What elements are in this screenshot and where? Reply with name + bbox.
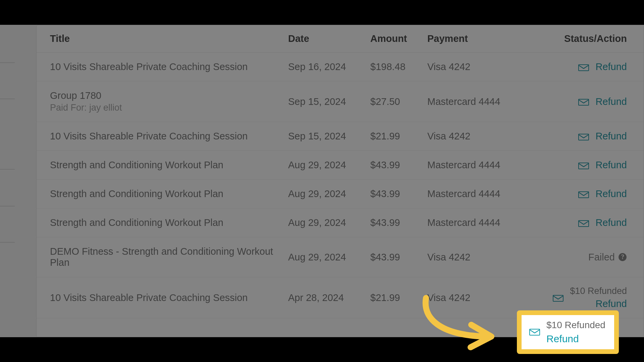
refund-link[interactable]: Refund [595, 188, 627, 199]
refund-link[interactable]: Refund [595, 61, 627, 72]
cell-amount: $43.99 [364, 208, 421, 237]
refunded-amount-note: $10 Refunded [570, 286, 627, 296]
cell-title: Strength and Conditioning Workout Plan [37, 180, 281, 208]
refund-link[interactable]: Refund [595, 131, 627, 142]
mail-icon[interactable] [578, 219, 589, 227]
cell-title: 10 Visits Shareable Private Coaching Ses… [37, 53, 281, 81]
table-row: 10 Visits Shareable Private Coaching Ses… [37, 53, 644, 81]
cell-status: Refund [521, 151, 644, 180]
cell-status: Refund [521, 53, 644, 81]
cell-payment: Visa 4242 [421, 53, 521, 81]
cell-status: Refund [521, 208, 644, 237]
cell-date: Aug 29, 2024 [281, 237, 364, 277]
mail-icon[interactable] [578, 190, 589, 198]
refund-link[interactable]: Refund [595, 96, 627, 107]
cell-date: Aug 29, 2024 [281, 180, 364, 208]
cell-title: Strength and Conditioning Workout Plan [37, 208, 281, 237]
cell-payment: Mastercard 4444 [421, 151, 521, 180]
mail-icon[interactable] [552, 294, 564, 302]
cell-title: 10 Visits Shareable Private Coaching Ses… [37, 122, 281, 151]
help-icon[interactable] [618, 253, 627, 261]
refund-link[interactable]: Refund [595, 298, 627, 309]
table-row: DEMO Fitness - Strength and Conditioning… [37, 237, 644, 277]
table-row: Strength and Conditioning Workout PlanAu… [37, 208, 644, 237]
cell-payment: Mastercard 4444 [421, 81, 521, 122]
transaction-title: DEMO Fitness - Strength and Conditioning… [50, 246, 275, 268]
cell-amount: $21.99 [364, 277, 421, 318]
table-row: Strength and Conditioning Workout PlanAu… [37, 151, 644, 180]
cell-amount: $27.50 [364, 81, 421, 122]
highlight-refund-box: $10 Refunded Refund [517, 310, 619, 354]
cell-date: Apr 28, 2024 [281, 277, 364, 318]
transaction-title: 10 Visits Shareable Private Coaching Ses… [50, 131, 275, 142]
cell-amount: $198.48 [364, 53, 421, 81]
mail-icon[interactable] [578, 161, 589, 169]
cell-payment: Visa 4242 [421, 122, 521, 151]
cell-status: Refund [521, 81, 644, 122]
cell-status: Refund [521, 180, 644, 208]
transaction-title: Strength and Conditioning Workout Plan [50, 217, 275, 228]
table-row: Strength and Conditioning Workout PlanAu… [37, 180, 644, 208]
table-row: Group 1780Paid For: jay elliotSep 15, 20… [37, 81, 644, 122]
cell-payment: Mastercard 4444 [421, 180, 521, 208]
cell-status: Refund [521, 122, 644, 151]
cell-date: Sep 16, 2024 [281, 53, 364, 81]
cell-amount: $43.99 [364, 237, 421, 277]
cell-payment: Visa 4242 [421, 277, 521, 318]
mail-icon[interactable] [578, 98, 589, 106]
col-header-status: Status/Action [521, 25, 644, 53]
transaction-subtitle: Paid For: jay elliot [50, 103, 275, 113]
col-header-title: Title [37, 25, 281, 53]
cell-status: Failed [521, 237, 644, 277]
col-header-amount: Amount [364, 25, 421, 53]
cell-title: Group 1780Paid For: jay elliot [37, 81, 281, 122]
transactions-panel: Title Date Amount Payment Status/Action … [36, 25, 644, 337]
cell-amount: $43.99 [364, 151, 421, 180]
app-viewport: Title Date Amount Payment Status/Action … [0, 25, 644, 337]
cell-title: 10 Visits Shareable Private Coaching Ses… [37, 277, 281, 318]
transaction-title: 10 Visits Shareable Private Coaching Ses… [50, 61, 275, 72]
failed-status: Failed [588, 252, 627, 263]
transaction-title: Strength and Conditioning Workout Plan [50, 160, 275, 171]
transactions-table: Title Date Amount Payment Status/Action … [37, 25, 644, 318]
table-header-row: Title Date Amount Payment Status/Action [37, 25, 644, 53]
cell-date: Aug 29, 2024 [281, 208, 364, 237]
refunded-amount-note: $10 Refunded [546, 320, 605, 330]
refund-link[interactable]: Refund [595, 160, 627, 171]
transaction-title: Strength and Conditioning Workout Plan [50, 188, 275, 199]
mail-icon[interactable] [529, 328, 540, 336]
cell-payment: Visa 4242 [421, 237, 521, 277]
mail-icon[interactable] [578, 132, 589, 140]
cell-title: DEMO Fitness - Strength and Conditioning… [37, 237, 281, 277]
cell-date: Sep 15, 2024 [281, 81, 364, 122]
cell-payment: Mastercard 4444 [421, 208, 521, 237]
cell-title: Strength and Conditioning Workout Plan [37, 151, 281, 180]
mail-icon[interactable] [578, 63, 589, 71]
cell-date: Aug 29, 2024 [281, 151, 364, 180]
col-header-date: Date [281, 25, 364, 53]
cell-amount: $21.99 [364, 122, 421, 151]
transaction-title: Group 1780 [50, 90, 275, 101]
table-row: 10 Visits Shareable Private Coaching Ses… [37, 122, 644, 151]
refund-link[interactable]: Refund [595, 217, 627, 228]
refund-link[interactable]: Refund [546, 333, 579, 345]
cell-date: Sep 15, 2024 [281, 122, 364, 151]
transaction-title: 10 Visits Shareable Private Coaching Ses… [50, 292, 275, 303]
col-header-payment: Payment [421, 25, 521, 53]
sidebar-placeholder [0, 25, 36, 337]
cell-amount: $43.99 [364, 180, 421, 208]
